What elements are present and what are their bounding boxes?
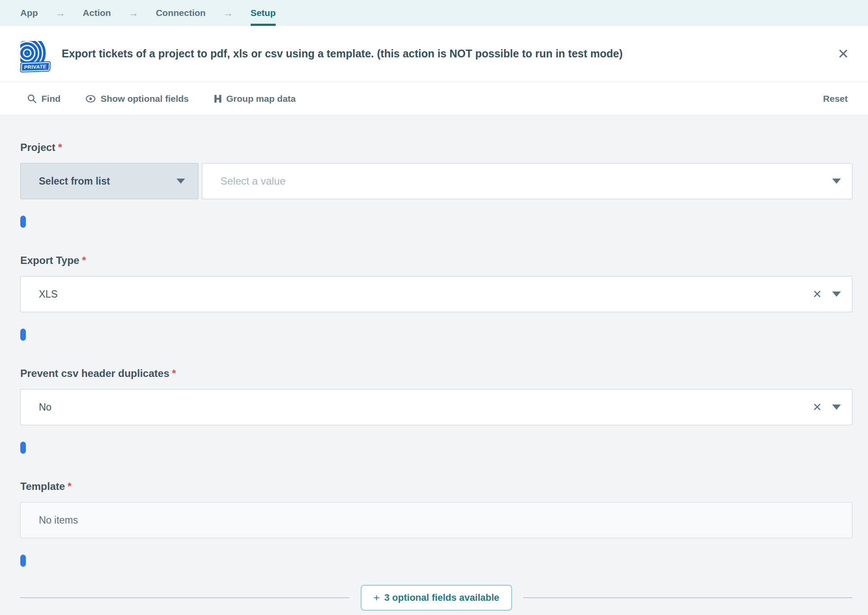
clear-icon[interactable]: ✕ — [812, 289, 822, 300]
action-description: Export tickets of a project to pdf, xls … — [62, 47, 818, 60]
stepper-step-setup[interactable]: Setup — [251, 0, 276, 26]
group-map-data-button[interactable]: Group map data — [214, 94, 296, 104]
stepper-step-connection[interactable]: Connection — [156, 0, 206, 26]
export-type-select-icons: ✕ — [812, 289, 841, 300]
arrow-right-icon: → — [223, 0, 233, 26]
reset-label: Reset — [823, 94, 848, 104]
jsonpath-toggle-handle[interactable] — [20, 555, 26, 567]
find-button[interactable]: Find — [27, 94, 60, 104]
eye-icon — [85, 95, 96, 103]
chevron-down-icon — [176, 179, 185, 184]
jsonpath-toggle-handle[interactable] — [20, 329, 26, 341]
project-placeholder: Select a value — [220, 175, 286, 187]
prevent-duplicates-select-icons: ✕ — [812, 402, 841, 413]
template-empty-value: No items — [39, 515, 78, 526]
template-label-text: Template — [20, 480, 65, 492]
project-label: Project* — [20, 141, 852, 154]
divider-line — [20, 597, 349, 598]
stepper-step-app[interactable]: App — [20, 0, 38, 26]
prevent-duplicates-label-text: Prevent csv header duplicates — [20, 367, 170, 379]
stepper-step-action[interactable]: Action — [83, 0, 111, 26]
optional-fields-row: + 3 optional fields available — [20, 585, 852, 611]
export-type-controls: XLS ✕ — [20, 276, 852, 312]
project-controls: Select from list Select a value — [20, 163, 852, 199]
required-asterisk: * — [58, 141, 62, 153]
find-label: Find — [41, 94, 60, 104]
export-type-select[interactable]: XLS ✕ — [20, 276, 852, 312]
show-optional-fields-label: Show optional fields — [101, 94, 189, 104]
field-group-export-type: Export Type* XLS ✕ — [20, 254, 852, 341]
close-icon[interactable]: ✕ — [834, 45, 852, 63]
form-toolbar: Find Show optional fields Group map data… — [0, 82, 868, 116]
field-group-prevent-duplicates: Prevent csv header duplicates* No ✕ — [20, 367, 852, 454]
prevent-duplicates-label: Prevent csv header duplicates* — [20, 367, 852, 380]
prevent-duplicates-controls: No ✕ — [20, 389, 852, 425]
export-type-value: XLS — [39, 289, 57, 300]
field-group-project: Project* Select from list Select a value — [20, 141, 852, 228]
divider-line — [523, 597, 852, 598]
connector-logo: PRIVATE — [20, 41, 46, 67]
export-type-label-text: Export Type — [20, 254, 79, 266]
group-columns-icon — [214, 94, 222, 103]
arrow-right-icon: → — [128, 0, 138, 26]
export-type-label: Export Type* — [20, 254, 852, 267]
clear-icon[interactable]: ✕ — [812, 402, 822, 413]
chevron-down-icon[interactable] — [832, 405, 841, 410]
project-mode-select[interactable]: Select from list — [20, 163, 198, 199]
template-select[interactable]: No items — [20, 502, 852, 538]
show-optional-fields-expander[interactable]: + 3 optional fields available — [361, 585, 513, 611]
chevron-down-icon[interactable] — [832, 292, 841, 297]
required-asterisk: * — [68, 480, 72, 492]
reset-button[interactable]: Reset — [823, 94, 848, 104]
project-mode-label: Select from list — [39, 176, 110, 187]
template-controls: No items — [20, 502, 852, 538]
prevent-duplicates-select[interactable]: No ✕ — [20, 389, 852, 425]
setup-form: Project* Select from list Select a value… — [0, 116, 868, 611]
chevron-down-icon[interactable] — [832, 179, 841, 184]
jsonpath-toggle-handle[interactable] — [20, 216, 26, 228]
arrow-right-icon: → — [55, 0, 66, 26]
prevent-duplicates-value: No — [39, 402, 51, 413]
template-label: Template* — [20, 480, 852, 493]
plus-icon: + — [374, 592, 380, 604]
jsonpath-toggle-handle[interactable] — [20, 442, 26, 454]
required-asterisk: * — [82, 254, 86, 266]
private-badge: PRIVATE — [21, 62, 50, 71]
required-asterisk: * — [172, 367, 176, 379]
project-label-text: Project — [20, 141, 55, 153]
field-group-template: Template* No items — [20, 480, 852, 567]
action-header: PRIVATE Export tickets of a project to p… — [0, 26, 868, 82]
group-map-data-label: Group map data — [226, 94, 296, 104]
optional-fields-count-label: 3 optional fields available — [384, 592, 500, 603]
search-icon — [27, 94, 37, 104]
setup-stepper: App → Action → Connection → Setup — [0, 0, 868, 26]
project-value-select[interactable]: Select a value — [202, 163, 852, 199]
show-optional-fields-button[interactable]: Show optional fields — [85, 94, 189, 104]
project-select-icons — [832, 179, 841, 184]
